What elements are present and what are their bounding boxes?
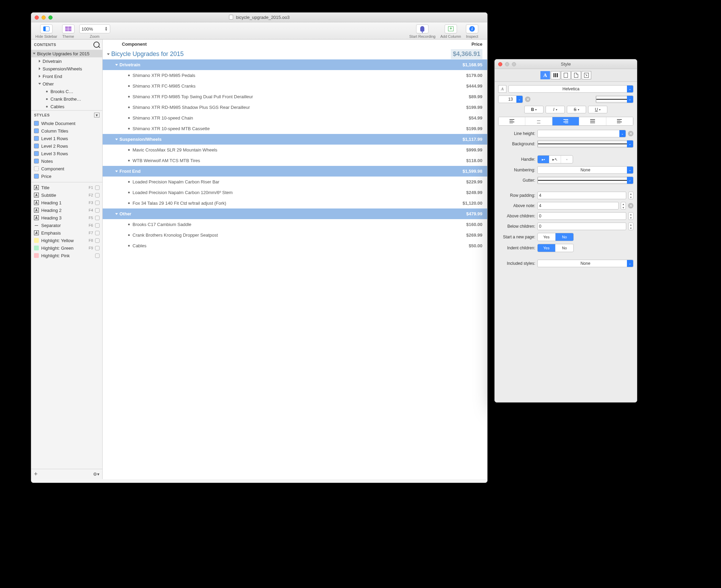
- font-panel-button[interactable]: A: [498, 85, 506, 93]
- outline-row[interactable]: Brooks C17 Cambium Saddle$160.00: [103, 219, 487, 230]
- named-style-row[interactable]: ATitleF1: [31, 184, 102, 191]
- style-checkbox[interactable]: [95, 246, 100, 250]
- font-size-select[interactable]: 13⌄: [498, 95, 523, 103]
- named-style-row[interactable]: Highlight: GreenF9: [31, 244, 102, 252]
- style-checkbox[interactable]: [95, 223, 100, 228]
- theme-button[interactable]: [62, 24, 75, 33]
- outline-row[interactable]: Crank Brothers Kronolog Dropper Seatpost…: [103, 230, 487, 240]
- disclosure-icon[interactable]: [107, 53, 110, 55]
- named-style-row[interactable]: AHeading 2F4: [31, 206, 102, 214]
- disclosure-icon[interactable]: [39, 67, 41, 70]
- disclosure-icon[interactable]: [33, 53, 36, 55]
- outline-row[interactable]: Shimano XTR FC-M985 Cranks$444.99: [103, 81, 487, 91]
- gutter-select[interactable]: ⌄: [537, 177, 633, 184]
- line-height-select[interactable]: ⌄: [537, 130, 626, 137]
- style-row[interactable]: Price: [31, 172, 102, 180]
- above-note-input[interactable]: 4: [537, 202, 619, 210]
- disclosure-icon[interactable]: [115, 64, 118, 66]
- below-children-input[interactable]: 0: [537, 223, 626, 230]
- search-icon[interactable]: [93, 42, 100, 48]
- outline-row[interactable]: Suspension/Wheels$1,117.99: [103, 134, 487, 145]
- style-row[interactable]: Component: [31, 165, 102, 172]
- handle-arrow[interactable]: ▸↖: [549, 156, 561, 163]
- tree-item[interactable]: Brooks C…: [31, 88, 102, 95]
- align-natural[interactable]: [606, 117, 633, 125]
- add-icon[interactable]: +: [34, 471, 38, 478]
- align-right[interactable]: [552, 117, 579, 125]
- style-checkbox[interactable]: [95, 193, 100, 197]
- font-family-select[interactable]: Helvetica⌄: [508, 85, 633, 93]
- tree-root[interactable]: Bicycle Upgrades for 2015: [31, 50, 102, 57]
- indent-no[interactable]: No: [556, 244, 573, 252]
- tree-item[interactable]: Drivetrain: [31, 57, 102, 65]
- background-select[interactable]: ⌄: [537, 140, 633, 148]
- style-checkbox[interactable]: [95, 201, 100, 205]
- handle-dot[interactable]: ◦: [561, 156, 573, 163]
- outline-row[interactable]: Drivetrain$1,168.95: [103, 59, 487, 70]
- italic-button[interactable]: I▾: [546, 106, 565, 113]
- tab-text-style[interactable]: A: [540, 71, 550, 79]
- tab-page[interactable]: [571, 71, 581, 79]
- underline-button[interactable]: U▾: [588, 106, 607, 113]
- disclosure-icon[interactable]: [39, 60, 41, 63]
- outline-row[interactable]: Bicycle Upgrades for 2015$4,366.91: [103, 49, 487, 59]
- style-checkbox[interactable]: [95, 208, 100, 213]
- align-center[interactable]: [525, 117, 552, 125]
- outline-row[interactable]: Loaded Precision Napalm Carbon Riser Bar…: [103, 177, 487, 187]
- clear-icon[interactable]: ✕: [525, 97, 530, 102]
- outline-row[interactable]: Fox 34 Talas 29 140 Fit Ctd w/trail adju…: [103, 198, 487, 208]
- column-component[interactable]: Component: [122, 42, 147, 47]
- named-style-row[interactable]: —SeparatorF6: [31, 222, 102, 229]
- style-checkbox[interactable]: [95, 231, 100, 235]
- new-page-yes[interactable]: Yes: [538, 233, 556, 241]
- outline-row[interactable]: WTB Weirwolf AM TCS MTB Tires$118.00: [103, 155, 487, 166]
- outline-row[interactable]: Cables$50.00: [103, 240, 487, 251]
- disclosure-icon[interactable]: [115, 170, 118, 172]
- named-style-row[interactable]: Highlight: Pink: [31, 252, 102, 259]
- dropdown-icon[interactable]: ▾: [94, 113, 100, 117]
- hide-sidebar-button[interactable]: [40, 24, 53, 33]
- outline-row[interactable]: Front End$1,599.98: [103, 166, 487, 177]
- align-left[interactable]: [499, 117, 525, 125]
- outline-row[interactable]: Shimano XTR 10-speed Chain$54.99: [103, 113, 487, 123]
- above-children-input[interactable]: 0: [537, 212, 626, 220]
- clear-icon[interactable]: ✕: [628, 203, 633, 208]
- style-row[interactable]: Level 1 Rows: [31, 135, 102, 142]
- style-row[interactable]: Whole Document: [31, 120, 102, 127]
- style-row[interactable]: Notes: [31, 157, 102, 165]
- text-color-select[interactable]: ⌄: [596, 95, 633, 103]
- new-page-no[interactable]: No: [556, 233, 573, 241]
- disclosure-icon[interactable]: [115, 213, 118, 215]
- disclosure-icon[interactable]: [39, 75, 41, 78]
- outline-row[interactable]: Shimano XTR RD-M985 Shadow Plus SGS Rear…: [103, 102, 487, 113]
- strike-button[interactable]: S▾: [567, 106, 586, 113]
- gear-icon[interactable]: ⚙︎▾: [93, 472, 100, 477]
- named-style-row[interactable]: ASubtitleF2: [31, 191, 102, 199]
- stepper[interactable]: ▲▼: [621, 202, 626, 210]
- bold-button[interactable]: B▾: [524, 106, 543, 113]
- tree-item[interactable]: Other: [31, 80, 102, 88]
- style-row[interactable]: Column Titles: [31, 127, 102, 135]
- start-recording-button[interactable]: [416, 24, 428, 33]
- style-checkbox[interactable]: [95, 253, 100, 258]
- inspect-button[interactable]: i: [466, 24, 478, 33]
- indent-yes[interactable]: Yes: [538, 244, 556, 252]
- included-styles-select[interactable]: None⌄: [537, 260, 633, 267]
- style-checkbox[interactable]: [95, 216, 100, 220]
- handle-disclosure[interactable]: ▸•: [538, 156, 549, 163]
- titlebar[interactable]: bicycle_upgrade_2015.oo3: [31, 13, 487, 22]
- tree-item[interactable]: Suspension/Wheels: [31, 65, 102, 72]
- tree-item[interactable]: Front End: [31, 72, 102, 80]
- style-checkbox[interactable]: [95, 185, 100, 190]
- disclosure-icon[interactable]: [115, 138, 118, 140]
- column-price[interactable]: Price: [471, 42, 482, 47]
- tree-item[interactable]: Cables: [31, 103, 102, 110]
- tab-columns[interactable]: [551, 71, 560, 79]
- style-checkbox[interactable]: [95, 238, 100, 243]
- style-row[interactable]: Level 2 Rows: [31, 142, 102, 150]
- outline-row[interactable]: Other$479.99: [103, 208, 487, 219]
- clear-icon[interactable]: ✕: [628, 131, 633, 136]
- stepper[interactable]: ▲▼: [628, 192, 633, 199]
- stepper[interactable]: ▲▼: [628, 223, 633, 230]
- tab-resize[interactable]: ↘: [582, 71, 591, 79]
